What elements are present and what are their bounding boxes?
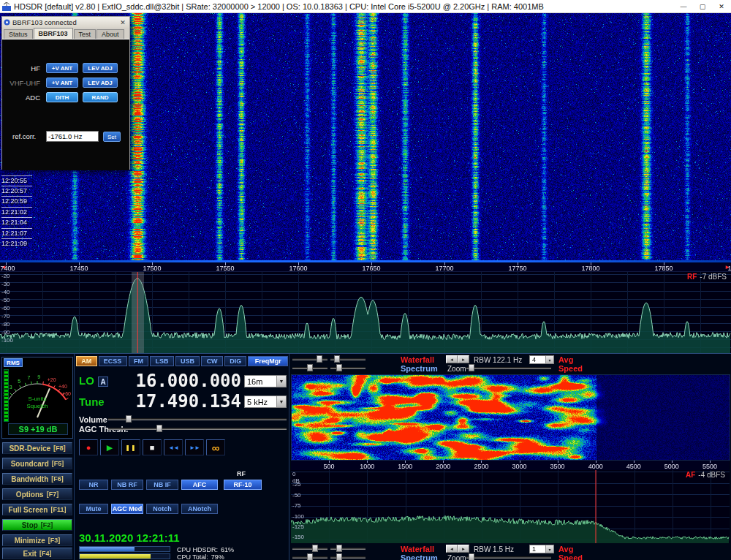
af-spectrum-canvas[interactable] (291, 470, 730, 543)
side-button-full-screen[interactable]: Full Screen[F11] (2, 504, 72, 515)
af-spectrum[interactable]: 0 dB-25-50-75-100-125-150 AF-4 dBFS (291, 470, 730, 543)
smeter-squelch-label[interactable]: Squelch (2, 403, 72, 409)
af-waterfall-canvas[interactable] (291, 374, 730, 461)
af_display_controls-rbw-up-button[interactable]: ► (458, 545, 469, 553)
af_display_controls-waterfall-label[interactable]: Waterfall (401, 545, 434, 553)
dsp-button-nb-rf[interactable]: NB RF (111, 480, 143, 490)
rf_display_controls-spectrum-range-slider-handle[interactable] (307, 364, 313, 371)
lo-band-select[interactable]: 16m ▼ (244, 375, 287, 387)
ff-button[interactable]: ►► (185, 439, 204, 455)
side-button-soundcard[interactable]: Soundcard[F5] (2, 458, 72, 469)
dsp-button-agc-med[interactable]: AGC Med (111, 504, 143, 514)
rf_display_controls-avg-label[interactable]: Avg (558, 355, 573, 364)
rf_display_controls-spectrum-range-slider[interactable] (292, 364, 327, 371)
dsp-button-notch[interactable]: Notch (146, 504, 178, 514)
af_display_controls-contrast-slider-handle[interactable] (336, 545, 342, 552)
side-button-minimize[interactable]: Minimize[F3] (2, 534, 72, 546)
dialog-close-icon[interactable]: ✕ (118, 18, 128, 27)
rf-spectrum[interactable]: -20-30-40-50-60-70-80-90-100 RF-7 dBFS (0, 272, 731, 353)
tune-frequency-display[interactable]: 17.490.134 (121, 391, 241, 412)
minimize-button[interactable]: — (674, 0, 693, 12)
loop-button[interactable]: ∞ (206, 439, 225, 455)
rf-frequency-scale[interactable]: ◄ ► 174001745017500175501760017650177001… (0, 262, 731, 272)
dialog-titlebar[interactable]: BBRF103 connected ✕ (2, 17, 129, 28)
rew-button[interactable]: ◄◄ (164, 439, 183, 455)
rf_display_controls-contrast-slider[interactable] (330, 355, 366, 363)
rf-spectrum-canvas[interactable] (0, 272, 731, 353)
rf_display_controls-rbw-up-button[interactable]: ► (458, 355, 469, 363)
stop-button[interactable]: ■ (143, 439, 162, 455)
agc-threshold-slider[interactable] (108, 425, 287, 432)
play-button[interactable]: ▶ (100, 439, 119, 455)
dialog-button-dith[interactable]: DITH (46, 92, 78, 102)
af_display_controls-avg-label[interactable]: Avg (558, 545, 573, 553)
volume-slider[interactable] (108, 415, 287, 423)
dialog-tab-status[interactable]: Status (4, 29, 33, 39)
af_display_controls-brightness-slider[interactable] (292, 545, 327, 552)
rf_display_controls-brightness-slider-handle[interactable] (317, 355, 322, 363)
rf_display_controls-brightness-slider[interactable] (292, 355, 327, 363)
dialog-tab-bbrf103[interactable]: BBRF103 (34, 28, 73, 39)
rf_display_controls-contrast-slider-handle[interactable] (334, 355, 340, 363)
dsp-button-afc[interactable]: AFC (181, 480, 218, 490)
rf_display_controls-spectrum-offset-slider-handle[interactable] (336, 364, 342, 371)
mode-button-usb[interactable]: USB (175, 356, 200, 366)
dsp-button-mute[interactable]: Mute (79, 504, 108, 514)
rf_display_controls-zoom-slider-handle[interactable] (469, 364, 474, 371)
af_display_controls-spectrum-range-slider-handle[interactable] (307, 553, 313, 560)
af_display_controls-spectrum-offset-slider[interactable] (330, 553, 366, 560)
dialog-button-lev-adj[interactable]: LEV ADJ (83, 63, 118, 73)
dialog-button--v-ant[interactable]: +V ANT (46, 77, 78, 88)
tune-step-select[interactable]: 5 kHz ▼ (244, 396, 287, 408)
mode-button-dig[interactable]: DIG (224, 356, 247, 366)
pause-button[interactable]: ❚❚ (121, 439, 140, 455)
dialog-tab-about[interactable]: About (96, 29, 124, 39)
mode-button-fm[interactable]: FM (129, 356, 149, 366)
dsp-button-rf-10[interactable]: RF-10 (224, 480, 262, 490)
side-button-exit[interactable]: Exit[F4] (2, 548, 72, 559)
dsp-button-nb-if[interactable]: NB IF (146, 480, 178, 490)
mode-button-cw[interactable]: CW (201, 356, 223, 366)
dsp-button-anotch[interactable]: ANotch (181, 504, 218, 514)
record-button[interactable]: ● (79, 439, 98, 455)
dialog-button-rand[interactable]: RAND (83, 92, 118, 102)
ref-corr-input[interactable] (46, 131, 99, 142)
mode-button-ecss[interactable]: ECSS (99, 356, 127, 366)
af_display_controls-spectrum-label[interactable]: Spectrum (401, 553, 438, 560)
side-button-sdr-device[interactable]: SDR-Device[F8] (2, 442, 72, 454)
dsp-button-nr[interactable]: NR (79, 480, 108, 490)
dialog-tab-test[interactable]: Test (74, 29, 96, 39)
rf_display_controls-spectrum-offset-slider[interactable] (330, 364, 366, 371)
lo-frequency-display[interactable]: 16.000.000 (121, 371, 241, 391)
side-button-options[interactable]: Options[F7] (2, 488, 72, 500)
af_display_controls-zoom-slider-handle[interactable] (469, 553, 474, 560)
maximize-button[interactable]: ▢ (693, 0, 712, 12)
af_display_controls-spectrum-range-slider[interactable] (292, 553, 327, 560)
af_display_controls-spectrum-offset-slider-handle[interactable] (336, 553, 342, 560)
rf_display_controls-spectrum-label[interactable]: Spectrum (401, 364, 438, 373)
freqmgr-button[interactable]: FreqMgr (248, 356, 288, 366)
rf_display_controls-avg-select[interactable]: 4▾ (529, 355, 554, 364)
close-button[interactable]: ✕ (712, 0, 731, 12)
dialog-button--v-ant[interactable]: +V ANT (46, 63, 78, 73)
af_display_controls-speed-label[interactable]: Speed (558, 553, 583, 560)
volume-slider-handle[interactable] (126, 415, 132, 423)
af_display_controls-zoom-slider[interactable] (466, 553, 551, 560)
af_display_controls-rbw-down-button[interactable]: ◄ (446, 545, 458, 553)
rf_display_controls-speed-label[interactable]: Speed (558, 364, 583, 373)
af_display_controls-contrast-slider[interactable] (330, 545, 366, 552)
smeter-mode-button[interactable]: RMS (4, 358, 23, 367)
dialog-button-lev-adj[interactable]: LEV ADJ (83, 77, 118, 88)
agc-threshold-slider-handle[interactable] (156, 425, 162, 432)
rf_display_controls-rbw-down-button[interactable]: ◄ (446, 355, 458, 363)
mode-button-am[interactable]: AM (76, 356, 97, 366)
side-button-stop[interactable]: Stop[F2] (2, 519, 72, 531)
af_display_controls-brightness-slider-handle[interactable] (312, 545, 318, 552)
mode-button-lsb[interactable]: LSB (150, 356, 174, 366)
vfo-a-button[interactable]: A (98, 377, 108, 387)
af-frequency-scale[interactable]: 5001000150020002500300035004000450050005… (291, 461, 730, 470)
side-button-bandwidth[interactable]: Bandwidth[F6] (2, 473, 72, 485)
rf_display_controls-zoom-slider[interactable] (466, 364, 551, 371)
af_display_controls-avg-select[interactable]: 1▾ (529, 545, 554, 553)
ref-corr-set-button[interactable]: Set (103, 132, 121, 142)
